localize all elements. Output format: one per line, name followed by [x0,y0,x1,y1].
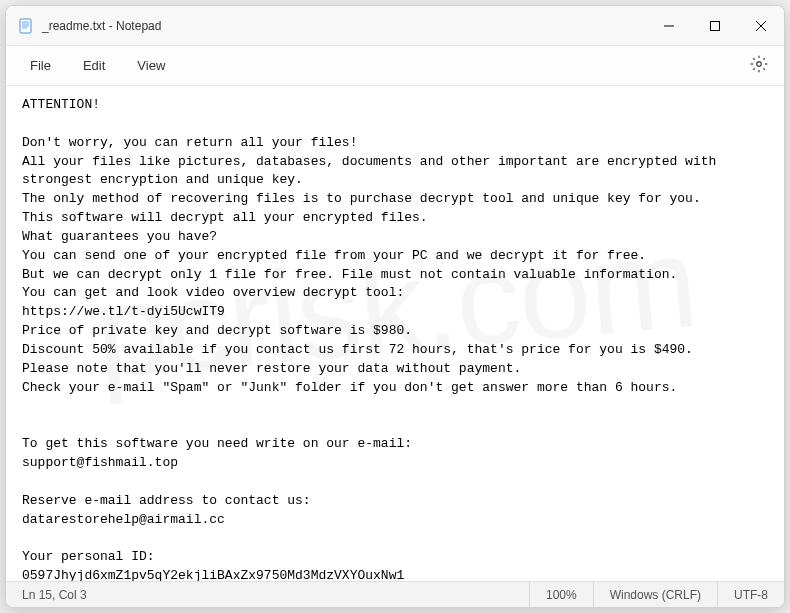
gear-icon [750,55,768,77]
close-button[interactable] [738,6,784,45]
minimize-button[interactable] [646,6,692,45]
menu-file[interactable]: File [14,52,67,79]
svg-point-9 [757,61,762,66]
svg-rect-6 [711,21,720,30]
notepad-window: _readme.txt - Notepad File Edit View [5,5,785,608]
menubar: File Edit View [6,46,784,86]
maximize-button[interactable] [692,6,738,45]
settings-button[interactable] [742,49,776,83]
status-zoom[interactable]: 100% [529,582,593,607]
status-line-ending[interactable]: Windows (CRLF) [593,582,717,607]
window-controls [646,6,784,45]
notepad-icon [18,18,34,34]
status-encoding[interactable]: UTF-8 [717,582,784,607]
window-title: _readme.txt - Notepad [42,19,161,33]
statusbar: Ln 15, Col 3 100% Windows (CRLF) UTF-8 [6,581,784,607]
menu-edit[interactable]: Edit [67,52,121,79]
menu-view[interactable]: View [121,52,181,79]
text-editor-area[interactable]: ATTENTION! Don't worry, you can return a… [6,86,784,581]
titlebar[interactable]: _readme.txt - Notepad [6,6,784,46]
status-cursor-position: Ln 15, Col 3 [6,588,529,602]
